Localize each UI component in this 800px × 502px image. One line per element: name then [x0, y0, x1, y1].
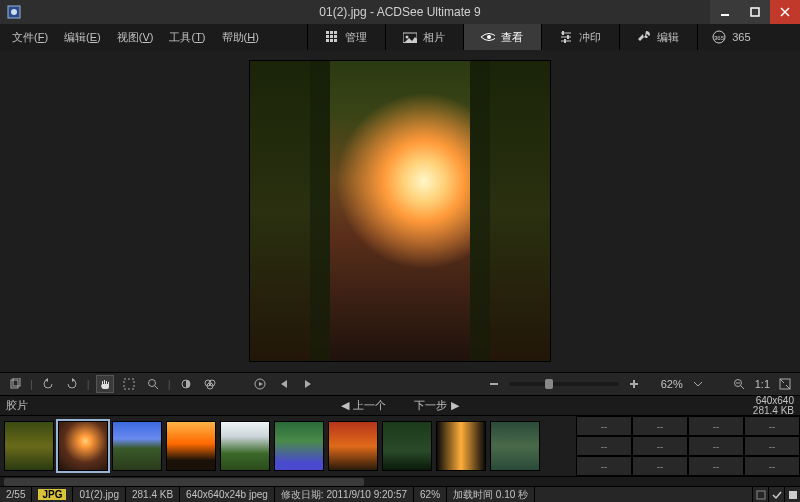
status-loadtime: 加载时间 0.10 秒: [447, 487, 535, 502]
menu-tools[interactable]: 工具(T): [161, 24, 213, 50]
copy-icon[interactable]: [6, 375, 24, 393]
zoom-tool-icon[interactable]: [144, 375, 162, 393]
svg-rect-17: [567, 35, 569, 39]
mode-photos[interactable]: 相片: [385, 24, 463, 50]
chevron-down-icon[interactable]: [689, 375, 707, 393]
mode-manage[interactable]: 管理: [307, 24, 385, 50]
divider: |: [87, 378, 90, 390]
status-filesize: 281.4 KB: [126, 487, 180, 502]
zoom-slider-thumb[interactable]: [545, 379, 553, 389]
filmstrip-title: 胶片: [6, 398, 28, 413]
select-icon[interactable]: [120, 375, 138, 393]
next-image-button[interactable]: 下一步▶: [406, 399, 463, 411]
svg-rect-12: [334, 39, 337, 42]
window-title: 01(2).jpg - ACDSee Ultimate 9: [0, 5, 800, 19]
divider: |: [30, 378, 33, 390]
svg-rect-30: [490, 383, 498, 385]
status-dims: 640x640x24b jpeg: [180, 487, 275, 502]
scrollbar-thumb[interactable]: [4, 478, 364, 486]
mode-label: 编辑: [657, 30, 679, 45]
svg-rect-4: [326, 31, 329, 34]
menu-view[interactable]: 视图(V): [109, 24, 162, 50]
status-zoom: 62%: [414, 487, 447, 502]
meta-cell: --: [576, 436, 632, 456]
format-badge: JPG: [38, 489, 66, 500]
minimize-button[interactable]: [710, 0, 740, 24]
meta-cell: --: [744, 416, 800, 436]
zoom-in-icon[interactable]: [625, 375, 643, 393]
svg-point-1: [11, 9, 17, 15]
play-icon[interactable]: [251, 375, 269, 393]
svg-rect-32: [633, 380, 635, 388]
thumbnail[interactable]: [220, 421, 270, 471]
expand-icon[interactable]: [776, 375, 794, 393]
meta-cell: --: [632, 436, 688, 456]
image-viewer[interactable]: [0, 50, 800, 372]
wrench-icon: [637, 30, 651, 44]
svg-rect-18: [564, 39, 566, 43]
mode-view[interactable]: 查看: [463, 24, 541, 50]
check-icon[interactable]: [768, 487, 784, 502]
flag-icon[interactable]: [752, 487, 768, 502]
svg-point-14: [406, 36, 409, 39]
svg-rect-3: [751, 8, 759, 16]
svg-point-24: [148, 380, 155, 387]
meta-cell: --: [688, 416, 744, 436]
sliders-icon: [559, 30, 573, 44]
tag-icon[interactable]: [784, 487, 800, 502]
meta-cell: --: [576, 456, 632, 476]
filmstrip[interactable]: [0, 416, 576, 476]
mode-edit[interactable]: 编辑: [619, 24, 697, 50]
status-counter: 2/55: [0, 487, 32, 502]
prev-image-button[interactable]: ◀上一个: [337, 399, 394, 411]
mode-develop[interactable]: 冲印: [541, 24, 619, 50]
mode-365[interactable]: 365 365: [697, 24, 765, 50]
svg-rect-7: [326, 35, 329, 38]
zoom-fit-icon[interactable]: [731, 375, 749, 393]
thumbnail[interactable]: [490, 421, 540, 471]
thumbnail[interactable]: [436, 421, 486, 471]
meta-cell: --: [744, 436, 800, 456]
menu-edit[interactable]: 编辑(E): [56, 24, 109, 50]
svg-point-15: [487, 35, 491, 39]
eye-icon: [481, 30, 495, 44]
menu-file[interactable]: 文件(F): [4, 24, 56, 50]
next-icon[interactable]: [299, 375, 317, 393]
current-dims: 640x640: [753, 396, 794, 406]
maximize-button[interactable]: [740, 0, 770, 24]
thumbnail[interactable]: [328, 421, 378, 471]
svg-rect-11: [330, 39, 333, 42]
mode-label: 查看: [501, 30, 523, 45]
window-controls: [710, 0, 800, 24]
filmstrip-scrollbar[interactable]: [0, 476, 800, 486]
circle-365-icon: 365: [712, 30, 726, 44]
close-button[interactable]: [770, 0, 800, 24]
mode-label: 管理: [345, 30, 367, 45]
prev-icon[interactable]: [275, 375, 293, 393]
rotate-ccw-icon[interactable]: [39, 375, 57, 393]
thumbnail[interactable]: [58, 421, 108, 471]
exposure-icon[interactable]: [177, 375, 195, 393]
thumbnail[interactable]: [274, 421, 324, 471]
thumbnail[interactable]: [112, 421, 162, 471]
status-filename: 01(2).jpg: [73, 487, 125, 502]
pan-hand-icon[interactable]: [96, 375, 114, 393]
thumbnail[interactable]: [166, 421, 216, 471]
thumbnail[interactable]: [382, 421, 432, 471]
zoom-slider[interactable]: [509, 382, 619, 386]
mode-tabs: 管理 相片 查看 冲印 编辑 365 365: [307, 24, 800, 50]
meta-cell: --: [632, 416, 688, 436]
menu-help[interactable]: 帮助(H): [214, 24, 267, 50]
zoom-out-icon[interactable]: [485, 375, 503, 393]
svg-rect-5: [330, 31, 333, 34]
svg-rect-8: [330, 35, 333, 38]
thumbnail[interactable]: [4, 421, 54, 471]
rotate-cw-icon[interactable]: [63, 375, 81, 393]
svg-rect-21: [11, 380, 18, 388]
one-to-one-button[interactable]: 1:1: [755, 378, 770, 390]
filmstrip-row: -- -- -- -- -- -- -- -- -- -- -- --: [0, 416, 800, 476]
app-icon: [4, 2, 24, 22]
meta-cell: --: [688, 456, 744, 476]
mode-label: 365: [732, 31, 750, 43]
effects-icon[interactable]: [201, 375, 219, 393]
